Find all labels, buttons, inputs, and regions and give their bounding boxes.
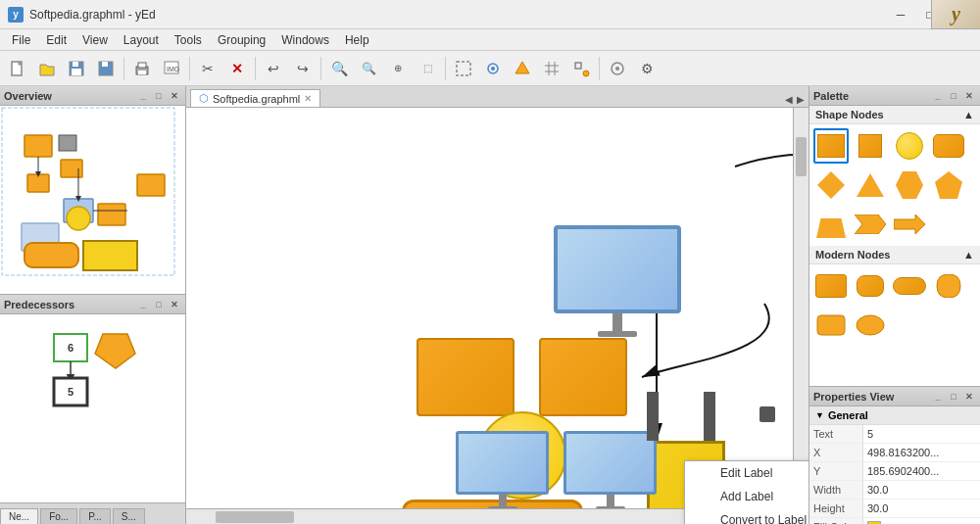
zoom-out-button[interactable]: 🔍 bbox=[355, 55, 382, 82]
graph-tab[interactable]: ⬡ Softpedia.graphml ✕ bbox=[190, 89, 320, 107]
print-button[interactable] bbox=[128, 55, 156, 82]
modern-shape-6[interactable] bbox=[853, 308, 888, 343]
monitor-small-right[interactable] bbox=[564, 431, 657, 511]
tab-fo[interactable]: Fo... bbox=[40, 508, 77, 524]
graph-area[interactable]: Softpedia 6 bbox=[186, 108, 808, 524]
prop-minimize[interactable]: _ bbox=[931, 390, 945, 404]
pred-close[interactable]: ✕ bbox=[168, 298, 181, 311]
redo-button[interactable]: ↪ bbox=[289, 55, 317, 82]
export-button[interactable]: IMG bbox=[158, 55, 185, 82]
menu-tools[interactable]: Tools bbox=[167, 31, 210, 49]
menu-view[interactable]: View bbox=[74, 31, 116, 49]
prop-val-text[interactable]: 5 bbox=[863, 425, 980, 443]
prop-val-width[interactable]: 30.0 bbox=[863, 481, 980, 499]
prop-val-y[interactable]: 185.6902400... bbox=[863, 462, 980, 480]
prop-expand[interactable]: □ bbox=[947, 390, 960, 404]
prop-val-x[interactable]: 498.8163200... bbox=[863, 444, 980, 461]
tab-s[interactable]: S... bbox=[113, 508, 145, 524]
node-orange-left[interactable] bbox=[416, 338, 514, 416]
palette-trapezoid[interactable] bbox=[813, 207, 849, 242]
tab-prev-button[interactable]: ◀ bbox=[785, 94, 793, 105]
menu-help[interactable]: Help bbox=[337, 31, 377, 49]
center-panel: ⬡ Softpedia.graphml ✕ ◀ ▶ bbox=[186, 86, 808, 524]
ctx-convert-label-text: Convert to Label bbox=[720, 513, 808, 524]
modern-shape-4[interactable] bbox=[931, 268, 966, 304]
minimize-button[interactable]: ─ bbox=[888, 5, 913, 24]
group-button[interactable] bbox=[604, 55, 631, 82]
palette-rect-sm[interactable] bbox=[853, 128, 888, 164]
tab-next-button[interactable]: ▶ bbox=[797, 94, 805, 105]
modern-nodes-collapse[interactable]: ▲ bbox=[963, 249, 974, 261]
svg-marker-56 bbox=[855, 214, 886, 234]
grid-button[interactable] bbox=[538, 55, 565, 82]
svg-point-59 bbox=[857, 315, 884, 335]
zoom-area-button[interactable]: ⬚ bbox=[414, 55, 441, 82]
palette-rounded-rect[interactable] bbox=[931, 128, 966, 164]
ctx-add-label[interactable]: Add Label bbox=[685, 485, 808, 508]
palette-arrow-shape[interactable] bbox=[892, 207, 927, 242]
palette-minimize[interactable]: _ bbox=[931, 89, 945, 103]
delete-button[interactable]: ✕ bbox=[223, 55, 251, 82]
zoom-in-button[interactable]: 🔍 bbox=[325, 55, 353, 82]
prop-val-fill[interactable]: #ffcc00 bbox=[863, 518, 980, 524]
palette-expand[interactable]: □ bbox=[947, 89, 960, 103]
svg-marker-57 bbox=[894, 214, 925, 234]
pred-expand[interactable]: □ bbox=[152, 298, 166, 311]
modern-rect-3[interactable] bbox=[892, 268, 927, 304]
tab-close-button[interactable]: ✕ bbox=[304, 93, 312, 104]
prop-close[interactable]: ✕ bbox=[962, 390, 976, 404]
tab-p[interactable]: P... bbox=[79, 508, 111, 524]
palette-rect[interactable] bbox=[813, 128, 849, 164]
palette-close[interactable]: ✕ bbox=[962, 89, 976, 103]
overview-expand[interactable]: □ bbox=[152, 89, 166, 103]
palette-diamond[interactable] bbox=[813, 167, 849, 203]
move-button[interactable] bbox=[479, 55, 507, 82]
palette-hexagon[interactable] bbox=[892, 167, 927, 203]
cut-button[interactable]: ✂ bbox=[194, 55, 221, 82]
modern-shape-5[interactable] bbox=[813, 308, 849, 343]
svg-rect-33 bbox=[83, 241, 137, 270]
svg-rect-26 bbox=[98, 204, 125, 225]
prop-row-height: Height 30.0 bbox=[809, 500, 980, 518]
modern-rect-2[interactable] bbox=[853, 268, 888, 304]
save-button[interactable] bbox=[63, 55, 90, 82]
palette-triangle[interactable] bbox=[853, 167, 888, 203]
node-orange-mid[interactable] bbox=[539, 338, 627, 416]
palette-pentagon[interactable] bbox=[931, 167, 966, 203]
modern-rect-1[interactable] bbox=[813, 268, 849, 304]
palette-chevron[interactable] bbox=[853, 207, 888, 242]
svg-text:6: 6 bbox=[68, 342, 74, 354]
ctx-convert-label[interactable]: Convert to Label bbox=[685, 508, 808, 524]
overview-minimize[interactable]: _ bbox=[136, 89, 150, 103]
monitor-large[interactable] bbox=[554, 225, 681, 337]
settings-button[interactable]: ⚙ bbox=[633, 55, 661, 82]
menu-layout[interactable]: Layout bbox=[116, 31, 167, 49]
snap-button[interactable] bbox=[567, 55, 595, 82]
menu-file[interactable]: File bbox=[4, 31, 38, 49]
monitor-small-left[interactable] bbox=[456, 431, 549, 511]
vertical-scrollbar[interactable] bbox=[793, 108, 808, 508]
connect-button[interactable] bbox=[509, 55, 536, 82]
ctx-edit-label[interactable]: Edit Label F2 bbox=[685, 461, 808, 485]
zoom-fit-button[interactable]: ⊕ bbox=[384, 55, 412, 82]
open-button[interactable] bbox=[33, 55, 61, 82]
prop-row-width: Width 30.0 bbox=[809, 481, 980, 500]
menu-edit[interactable]: Edit bbox=[38, 31, 74, 49]
context-menu: Edit Label F2 Add Label Convert to Label bbox=[684, 460, 808, 524]
menu-grouping[interactable]: Grouping bbox=[210, 31, 273, 49]
svg-rect-24 bbox=[61, 160, 82, 177]
select-button[interactable] bbox=[450, 55, 477, 82]
shape-nodes-collapse[interactable]: ▲ bbox=[963, 109, 974, 120]
left-panel-tabs: Ne... Fo... P... S... bbox=[0, 502, 185, 524]
overview-close[interactable]: ✕ bbox=[168, 89, 181, 103]
palette-circle[interactable] bbox=[892, 128, 927, 164]
convert-label-icon bbox=[697, 512, 712, 524]
pred-minimize[interactable]: _ bbox=[136, 298, 150, 311]
save-as-button[interactable] bbox=[92, 55, 120, 82]
prop-val-height[interactable]: 30.0 bbox=[863, 500, 980, 517]
undo-button[interactable]: ↩ bbox=[260, 55, 287, 82]
new-button[interactable] bbox=[4, 55, 31, 82]
predecessors-panel: Predecessors _ □ ✕ 6 bbox=[0, 295, 185, 502]
tab-ne[interactable]: Ne... bbox=[0, 508, 38, 524]
menu-windows[interactable]: Windows bbox=[273, 31, 337, 49]
